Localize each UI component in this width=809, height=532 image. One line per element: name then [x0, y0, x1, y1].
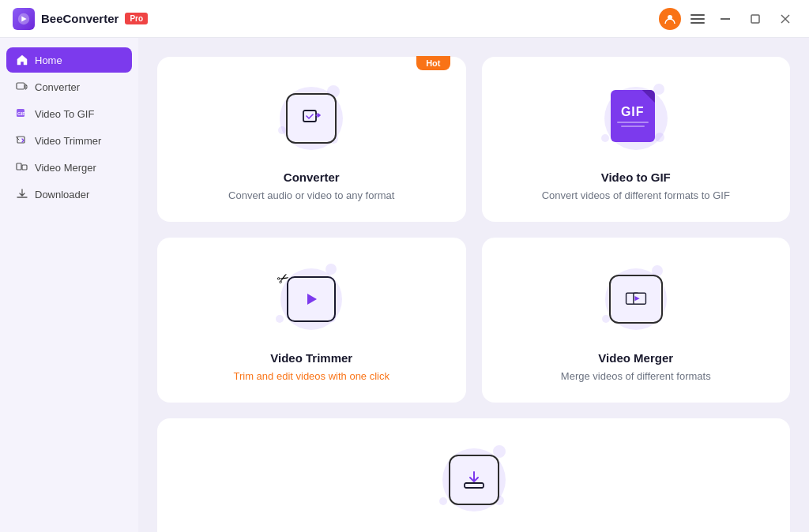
svg-rect-3 — [751, 15, 759, 23]
gif-sidebar-icon: GIF — [16, 107, 28, 120]
trimmer-icon-area: ✂ — [272, 260, 351, 339]
minimize-button[interactable] — [714, 8, 736, 30]
sidebar-label-video-merger: Video Merger — [35, 162, 96, 174]
svg-rect-12 — [22, 165, 27, 170]
gif-card-title: Video to GIF — [601, 170, 671, 184]
sidebar: Home Converter GIF Video To GIF — [0, 38, 138, 532]
trimmer-card-desc: Trim and edit videos with one click — [234, 369, 390, 384]
close-button[interactable] — [774, 8, 796, 30]
download-sidebar-icon — [16, 188, 28, 200]
sidebar-item-converter[interactable]: Converter — [6, 74, 132, 99]
sidebar-label-downloader: Downloader — [35, 189, 89, 200]
downloader-card[interactable]: Downloader Download from 1000+ supported… — [157, 418, 790, 532]
sidebar-label-converter: Converter — [35, 81, 80, 93]
hamburger-menu-icon[interactable] — [690, 14, 705, 24]
video-to-gif-card[interactable]: GIF Video to GIF Convert videos of diffe… — [482, 57, 791, 222]
video-trimmer-card[interactable]: ✂ Video Trimmer Trim and edit videos wit… — [157, 238, 466, 403]
trimmer-card-title: Video Trimmer — [270, 351, 352, 365]
converter-card-title: Converter — [284, 170, 340, 184]
converter-icon-area — [272, 79, 351, 158]
window-controls — [714, 8, 796, 30]
svg-rect-2 — [721, 18, 730, 20]
trim-sidebar-icon — [16, 134, 28, 147]
home-icon — [16, 54, 28, 66]
merger-card-title: Video Merger — [598, 351, 673, 365]
converter-icon — [16, 81, 28, 93]
downloader-icon-area — [435, 440, 514, 519]
converter-card-icon — [286, 93, 337, 144]
cards-grid: Hot Converter Conv — [157, 57, 790, 532]
merge-sidebar-icon — [16, 161, 28, 174]
gif-card-desc: Convert videos of different formats to G… — [542, 189, 730, 203]
svg-rect-11 — [17, 163, 21, 170]
sidebar-label-video-trimmer: Video Trimmer — [35, 135, 101, 147]
svg-marker-14 — [307, 294, 317, 305]
main-content: Hot Converter Conv — [138, 38, 809, 532]
sidebar-label-video-to-gif: Video To GIF — [35, 108, 94, 120]
app-name: BeeConverter — [41, 12, 119, 25]
pro-badge: Pro — [125, 13, 148, 24]
sidebar-item-downloader[interactable]: Downloader — [6, 182, 132, 207]
title-bar: BeeConverter Pro — [0, 0, 809, 38]
title-bar-right — [659, 8, 796, 30]
converter-card[interactable]: Hot Converter Conv — [157, 57, 466, 222]
sidebar-item-video-trimmer[interactable]: Video Trimmer — [6, 128, 132, 153]
maximize-button[interactable] — [744, 8, 766, 30]
video-merger-card[interactable]: Video Merger Merge videos of different f… — [482, 238, 791, 403]
svg-rect-6 — [17, 83, 24, 89]
merger-icon-area — [596, 260, 675, 339]
main-layout: Home Converter GIF Video To GIF — [0, 38, 809, 532]
gif-icon-area: GIF — [596, 79, 675, 158]
sidebar-item-video-merger[interactable]: Video Merger — [6, 155, 132, 180]
sidebar-item-home[interactable]: Home — [6, 47, 132, 73]
profile-icon[interactable] — [659, 8, 681, 30]
svg-rect-18 — [465, 483, 484, 488]
downloader-card-icon — [449, 455, 499, 505]
hot-badge: Hot — [416, 56, 450, 70]
svg-rect-13 — [303, 111, 316, 122]
sidebar-label-home: Home — [35, 54, 62, 66]
converter-card-desc: Convert audio or video to any format — [228, 189, 394, 203]
svg-text:GIF: GIF — [17, 111, 25, 116]
title-bar-left: BeeConverter Pro — [13, 8, 148, 30]
merger-card-desc: Merge videos of different formats — [561, 369, 711, 384]
app-logo — [13, 8, 35, 30]
sidebar-item-video-to-gif[interactable]: GIF Video To GIF — [6, 101, 132, 126]
merger-card-icon — [609, 275, 663, 324]
